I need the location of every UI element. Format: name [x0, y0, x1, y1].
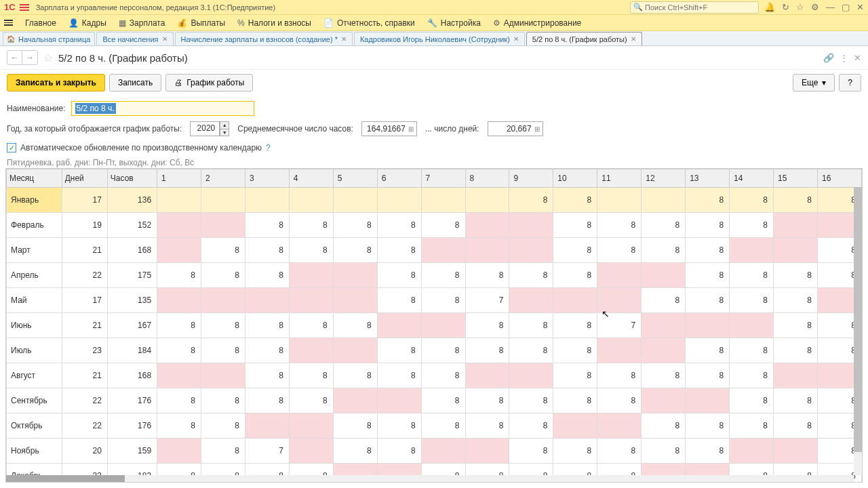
close-icon[interactable]: ✕ [162, 35, 167, 43]
cell-day[interactable] [597, 188, 642, 213]
cell-month[interactable]: Июнь [7, 313, 62, 338]
tab-home[interactable]: Начальная страница [3, 32, 95, 45]
header-day-4[interactable]: 4 [289, 169, 333, 188]
header-day-12[interactable]: 12 [642, 169, 686, 188]
cell-day[interactable]: 8 [509, 388, 553, 413]
cell-day[interactable] [421, 238, 465, 263]
cell-day[interactable]: 8 [377, 413, 421, 439]
cell-day[interactable]: 8 [774, 288, 818, 313]
cell-day[interactable]: 8 [465, 313, 509, 338]
close-window-icon[interactable]: ✕ [856, 2, 864, 12]
cell-day[interactable]: 8 [289, 238, 333, 263]
cell-day[interactable] [333, 288, 377, 313]
cell-day[interactable]: 8 [333, 363, 377, 388]
menu-vyplaty[interactable]: 💰Выплаты [177, 18, 225, 28]
tab-employee[interactable]: Кадровиков Игорь Николаевич (Сотрудник)✕ [354, 32, 525, 45]
cell-hours[interactable]: 135 [107, 288, 157, 313]
cell-day[interactable]: 7 [245, 439, 289, 464]
header-day-15[interactable]: 15 [774, 169, 818, 188]
history-icon[interactable]: ↻ [782, 2, 789, 12]
cell-day[interactable] [509, 213, 553, 238]
cell-days[interactable]: 21 [62, 313, 107, 338]
cell-day[interactable]: 8 [421, 413, 465, 439]
cell-day[interactable]: 8 [201, 263, 245, 288]
cell-day[interactable] [597, 288, 642, 313]
cell-day[interactable]: 8 [377, 338, 421, 363]
menu-nastroika[interactable]: 🔧Настройка [427, 18, 481, 28]
cell-day[interactable] [289, 413, 333, 439]
cell-day[interactable]: 8 [774, 413, 818, 439]
cell-day[interactable]: 7 [597, 313, 642, 338]
cell-day[interactable]: 8 [333, 439, 377, 464]
more-icon[interactable]: ⋮ [840, 53, 848, 63]
cell-days[interactable]: 21 [62, 363, 107, 388]
year-input[interactable]: 2020 [190, 121, 220, 136]
cell-day[interactable] [421, 313, 465, 338]
header-day-5[interactable]: 5 [333, 169, 377, 188]
cell-day[interactable]: 7 [465, 288, 509, 313]
cell-day[interactable] [201, 363, 245, 388]
cell-day[interactable]: 8 [509, 263, 553, 288]
cell-day[interactable] [157, 238, 201, 263]
cell-day[interactable]: 8 [333, 413, 377, 439]
cell-day[interactable]: 8 [509, 439, 553, 464]
cell-day[interactable] [289, 188, 333, 213]
cell-day[interactable]: 8 [289, 213, 333, 238]
cell-day[interactable]: 8 [201, 238, 245, 263]
menu-admin[interactable]: ⚙Администрирование [493, 18, 581, 28]
avg-days-input[interactable]: 20,667⊞ [488, 121, 543, 136]
cell-day[interactable]: 8 [509, 338, 553, 363]
cell-day[interactable] [201, 188, 245, 213]
cell-days[interactable]: 22 [62, 413, 107, 439]
cell-day[interactable]: 8 [377, 288, 421, 313]
cell-day[interactable]: 8 [421, 363, 465, 388]
cell-day[interactable]: 8 [245, 388, 289, 413]
header-day-10[interactable]: 10 [553, 169, 597, 188]
table-row[interactable]: Июль23184888888888888 [7, 338, 862, 363]
print-button[interactable]: 🖨График работы [165, 74, 253, 92]
cell-day[interactable]: 8 [597, 213, 642, 238]
cell-month[interactable]: Сентябрь [7, 388, 62, 413]
cell-month[interactable]: Март [7, 238, 62, 263]
cell-day[interactable]: 8 [730, 188, 774, 213]
save-close-button[interactable]: Записать и закрыть [7, 74, 105, 92]
cell-day[interactable]: 8 [377, 213, 421, 238]
cell-month[interactable]: Январь [7, 188, 62, 213]
chevron-down-icon[interactable]: ▼ [220, 129, 229, 136]
name-input[interactable]: 5/2 по 8 ч. [71, 101, 254, 116]
cell-day[interactable] [289, 439, 333, 464]
star-icon[interactable]: ☆ [796, 2, 804, 12]
cell-day[interactable]: 8 [774, 313, 818, 338]
cell-day[interactable] [774, 238, 818, 263]
cell-day[interactable]: 8 [553, 338, 597, 363]
help-icon[interactable]: ? [266, 143, 271, 152]
cell-days[interactable]: 22 [62, 388, 107, 413]
cell-month[interactable]: Август [7, 363, 62, 388]
cell-day[interactable] [642, 263, 686, 288]
cell-day[interactable]: 8 [201, 413, 245, 439]
cell-day[interactable] [730, 313, 774, 338]
back-button[interactable]: ← [7, 51, 22, 64]
table-row[interactable]: Март211688888888888 [7, 238, 862, 263]
cell-day[interactable] [245, 288, 289, 313]
cell-day[interactable] [642, 313, 686, 338]
forward-button[interactable]: → [22, 51, 37, 64]
minimize-icon[interactable]: — [826, 2, 835, 12]
cell-day[interactable]: 8 [597, 439, 642, 464]
header-day-1[interactable]: 1 [157, 169, 201, 188]
cell-day[interactable]: 8 [686, 338, 730, 363]
close-icon[interactable]: ✕ [341, 35, 347, 43]
cell-day[interactable]: 8 [201, 313, 245, 338]
cell-hours[interactable]: 168 [107, 238, 157, 263]
cell-day[interactable]: 8 [686, 238, 730, 263]
menu-toggle-icon[interactable] [4, 20, 13, 26]
cell-day[interactable]: 8 [465, 388, 509, 413]
calculator-icon[interactable]: ⊞ [534, 125, 540, 133]
more-button[interactable]: Еще▾ [793, 74, 835, 92]
table-row[interactable]: Октябрь22176888888888888 [7, 413, 862, 439]
cell-day[interactable] [157, 188, 201, 213]
cell-day[interactable]: 8 [465, 263, 509, 288]
tab-accrual-create[interactable]: Начисление зарплаты и взносов (создание)… [175, 32, 353, 45]
cell-day[interactable]: 8 [157, 313, 201, 338]
cell-day[interactable]: 8 [509, 313, 553, 338]
